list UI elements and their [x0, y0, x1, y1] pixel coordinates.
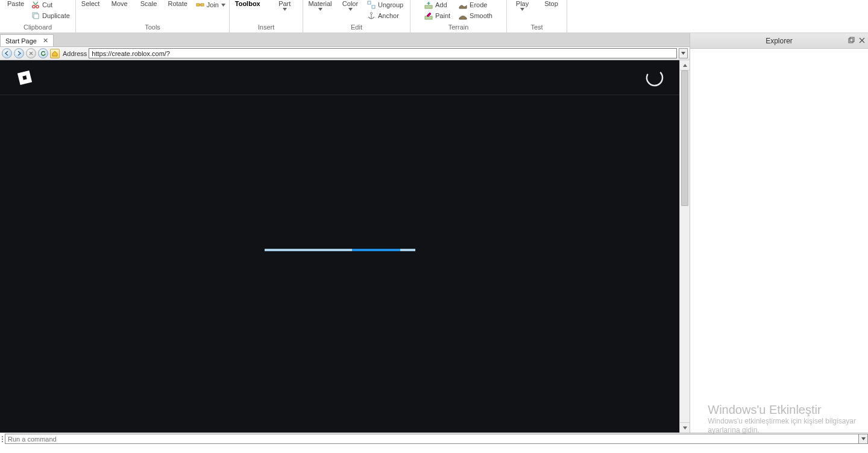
ungroup-button[interactable]: Ungroup [367, 0, 403, 10]
chevron-down-icon [283, 8, 287, 11]
svg-rect-7 [368, 1, 371, 4]
close-icon[interactable] [858, 36, 866, 44]
browser-nav-bar: Address [0, 47, 690, 60]
group-label-insert: Insert [233, 22, 299, 33]
svg-rect-15 [849, 39, 853, 43]
command-dropdown[interactable] [859, 434, 868, 444]
ribbon: Paste Cut Duplicate Clipboard Select Mov… [0, 0, 868, 33]
stop-nav-button[interactable] [26, 48, 36, 58]
join-icon [196, 1, 204, 9]
command-input[interactable] [5, 434, 859, 444]
forward-button[interactable] [14, 48, 24, 58]
roblox-studio-logo-icon [14, 67, 35, 88]
svg-point-1 [36, 5, 39, 8]
undock-icon[interactable] [848, 36, 855, 44]
scroll-thumb[interactable] [681, 70, 688, 206]
close-icon[interactable]: ✕ [43, 37, 48, 45]
explorer-panel: Explorer [690, 33, 868, 433]
ribbon-group-tools: Select Move Scale Rotate Join Tools [76, 0, 230, 33]
toolbox-button[interactable]: Toolbox [233, 0, 262, 7]
explorer-title-text: Explorer [766, 37, 793, 45]
address-dropdown[interactable] [679, 48, 688, 58]
material-button[interactable]: Material [307, 0, 333, 11]
smooth-icon [459, 11, 467, 20]
svg-rect-11 [425, 5, 432, 8]
duplicate-button[interactable]: Duplicate [31, 11, 70, 20]
anchor-button[interactable]: Anchor [367, 11, 403, 20]
terrain-erode-button[interactable]: Erode [459, 0, 492, 10]
chevron-down-icon [221, 4, 225, 7]
cut-icon [31, 1, 40, 9]
move-button[interactable]: Move [108, 0, 130, 7]
ribbon-group-edit: Material Color Ungroup Anchor Edit [303, 0, 410, 33]
document-tab-strip: Start Page ✕ [0, 33, 690, 47]
stop-button[interactable]: Stop [541, 0, 562, 7]
duplicate-icon [31, 11, 40, 20]
paste-button[interactable]: Paste [4, 0, 28, 7]
svg-rect-16 [850, 37, 854, 42]
back-button[interactable] [2, 48, 12, 58]
add-icon [424, 1, 433, 9]
address-input[interactable] [89, 48, 677, 58]
vertical-scrollbar[interactable] [679, 60, 690, 433]
select-button[interactable]: Select [80, 0, 101, 7]
loading-progress-fill [352, 249, 400, 251]
terrain-add-button[interactable]: Add [424, 0, 450, 10]
chevron-down-icon [348, 8, 353, 11]
ribbon-group-clipboard: Paste Cut Duplicate Clipboard [0, 0, 76, 33]
address-label: Address [63, 50, 87, 57]
svg-rect-6 [199, 4, 201, 5]
ribbon-group-insert: Toolbox Part Insert [230, 0, 303, 33]
group-label-clipboard: Clipboard [4, 22, 72, 33]
group-label-edit: Edit [307, 22, 406, 33]
command-bar [0, 433, 868, 445]
svg-point-0 [33, 5, 35, 8]
svg-point-9 [370, 12, 372, 14]
tab-start-page[interactable]: Start Page ✕ [0, 34, 54, 46]
explorer-titlebar: Explorer [690, 33, 868, 49]
group-label-test: Test [511, 22, 563, 33]
svg-rect-8 [372, 5, 375, 8]
scroll-down-button[interactable] [680, 422, 690, 433]
ribbon-group-terrain: Add Paint Erode Smooth Terrain [410, 0, 507, 33]
tab-label: Start Page [5, 37, 37, 45]
content-area [0, 60, 690, 433]
svg-point-19 [644, 67, 665, 88]
rotate-button[interactable]: Rotate [167, 0, 189, 7]
home-button[interactable] [50, 49, 60, 58]
refresh-button[interactable] [38, 48, 48, 58]
scroll-up-button[interactable] [680, 60, 690, 70]
cut-button[interactable]: Cut [31, 0, 70, 10]
group-label-terrain: Terrain [414, 22, 503, 33]
paint-icon [424, 11, 433, 20]
svg-rect-14 [425, 16, 432, 19]
cut-label: Cut [42, 1, 52, 8]
loading-spinner-icon [644, 67, 665, 88]
chevron-down-icon [318, 8, 322, 11]
scale-button[interactable]: Scale [137, 0, 159, 7]
chevron-down-icon [520, 8, 524, 11]
part-button[interactable]: Part [271, 0, 300, 11]
ribbon-group-test: Play Stop Test [507, 0, 567, 33]
ungroup-icon [367, 1, 376, 9]
duplicate-label: Duplicate [42, 12, 70, 19]
svg-rect-3 [34, 14, 39, 19]
join-button[interactable]: Join [196, 0, 225, 10]
start-page-view [0, 60, 679, 433]
group-label-tools: Tools [80, 22, 225, 33]
grip-icon[interactable] [0, 433, 5, 445]
anchor-icon [367, 11, 376, 20]
paste-label: Paste [7, 0, 24, 7]
page-header [0, 60, 679, 95]
status-strip [0, 445, 868, 453]
erode-icon [459, 1, 467, 9]
terrain-paint-button[interactable]: Paint [424, 11, 450, 20]
loading-progress-track [265, 249, 415, 251]
terrain-smooth-button[interactable]: Smooth [459, 11, 492, 20]
play-button[interactable]: Play [512, 0, 533, 11]
color-button[interactable]: Color [339, 0, 361, 11]
